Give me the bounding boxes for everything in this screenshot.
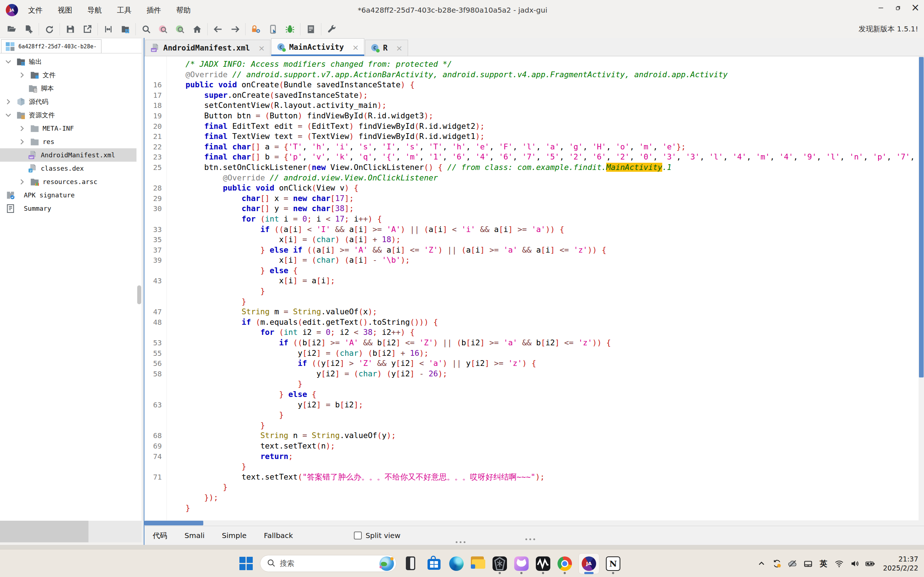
explorer-taskbar-button[interactable] (470, 556, 486, 572)
tree-item-源代码[interactable]: 源代码 (0, 95, 136, 108)
chev-closed-icon[interactable] (3, 97, 13, 106)
menu-文件[interactable]: 文件 (23, 3, 48, 17)
window-grip-2[interactable] (525, 538, 535, 540)
ime-toggle[interactable]: 英 (818, 558, 829, 569)
restore-button[interactable] (889, 0, 907, 15)
cat-taskbar-button[interactable] (514, 556, 529, 572)
phone-link-taskbar-button[interactable] (405, 556, 421, 572)
search-text-button[interactable] (155, 21, 171, 37)
reload-button[interactable] (41, 21, 58, 37)
menu-插件[interactable]: 插件 (142, 3, 166, 17)
tk-s: 'p' (873, 152, 887, 161)
chev-open-icon[interactable] (3, 57, 13, 66)
sidebar-bottom-scroll-area[interactable] (0, 521, 89, 542)
tree-item-资源文件[interactable]: 资源文件 (0, 108, 136, 122)
tk-p: [ (354, 235, 359, 244)
tab-close-icon[interactable]: × (352, 43, 359, 52)
battery-icon[interactable] (865, 558, 876, 569)
tk-p: [ (307, 338, 312, 347)
code-content[interactable]: /* JADX INFO: Access modifiers changed f… (167, 56, 924, 521)
chev-closed-icon[interactable] (17, 177, 27, 187)
tk-s: '2' (615, 152, 630, 161)
preferences-button[interactable] (323, 21, 340, 37)
tab-close-icon[interactable]: × (258, 44, 265, 53)
view-fallback-button[interactable]: Fallback (260, 529, 297, 542)
view-smali-button[interactable]: Smali (181, 529, 209, 542)
tree-item-androidmanifest-xml[interactable]: MFAndroidManifest.xml (0, 148, 136, 162)
sync-icon[interactable] (772, 558, 782, 569)
tree-item-res[interactable]: res (0, 135, 136, 148)
start-button[interactable] (238, 556, 254, 572)
tk-o: < (326, 214, 330, 223)
wave-taskbar-button[interactable] (535, 556, 551, 572)
tree-item-resources-arsc[interactable]: resources.arsc (0, 175, 136, 189)
device-button[interactable] (264, 21, 281, 37)
tree-item-apk-signature[interactable]: APK signature (0, 189, 136, 202)
tk-p: [ (326, 359, 330, 368)
editor-vscrollbar-thumb[interactable] (919, 57, 924, 377)
tk-d (307, 235, 312, 244)
chrome-taskbar-button[interactable] (557, 556, 573, 572)
tk-d: , (466, 152, 475, 161)
window-grip[interactable] (456, 541, 465, 543)
open-project-button[interactable] (3, 21, 20, 37)
notion-taskbar-button[interactable]: N (605, 556, 621, 572)
project-tab[interactable]: 6a428ff2-25d7-403c-b28e- (1, 39, 102, 53)
tree-scrollbar-thumb[interactable] (137, 285, 141, 304)
editor-hscrollbar-thumb[interactable] (144, 521, 203, 525)
minimize-button[interactable] (872, 0, 889, 15)
tree-item-meta-inf[interactable]: META-INF (0, 122, 136, 135)
jadx-taskbar-button[interactable]: JA (578, 553, 599, 574)
log-button[interactable] (302, 21, 319, 37)
tree-item-classes-dex[interactable]: Jclasses.dex (0, 162, 136, 175)
dot (6, 47, 10, 51)
home-button[interactable] (189, 21, 205, 37)
tab-androidmanifest-xml[interactable]: MFAndroidManifest.xml× (145, 40, 270, 56)
tab-mainactivity[interactable]: cMainActivity× (271, 38, 364, 56)
close-button[interactable]: × (907, 0, 924, 15)
menu-工具[interactable]: 工具 (112, 3, 136, 17)
chev-closed-icon[interactable] (17, 70, 27, 80)
chev-closed-icon[interactable] (17, 137, 27, 147)
add-files-button[interactable] (20, 21, 37, 37)
back-button[interactable] (209, 21, 226, 37)
export-button[interactable] (79, 21, 96, 37)
flatten-button[interactable] (100, 21, 116, 37)
tree-item-文件[interactable]: 文件 (0, 68, 136, 82)
tk-p: (( (275, 225, 284, 234)
chev-closed-icon[interactable] (17, 124, 27, 133)
touchpad-icon[interactable] (803, 558, 814, 569)
save-all-button[interactable] (62, 21, 79, 37)
tk-p: ] (316, 400, 321, 409)
tk-p: [ (284, 255, 289, 264)
update-notice-link[interactable]: 发现新版本 1.5.1! (859, 24, 918, 34)
menu-帮助[interactable]: 帮助 (171, 3, 196, 17)
edge-taskbar-button[interactable] (449, 556, 464, 572)
ms-store-taskbar-button[interactable] (427, 556, 443, 572)
chevron-up-icon[interactable] (756, 558, 767, 569)
tree-item-summary[interactable]: Summary (0, 202, 136, 215)
game-taskbar-button[interactable] (492, 556, 508, 572)
search-button[interactable] (137, 21, 155, 37)
taskbar-search[interactable]: 搜索 (260, 555, 396, 572)
menu-视图[interactable]: 视图 (53, 3, 77, 17)
cloud-off-icon[interactable] (787, 558, 798, 569)
tab-close-icon[interactable]: × (396, 44, 402, 53)
volume-icon[interactable] (849, 558, 860, 569)
package-view-button[interactable] (116, 21, 134, 37)
view-代码-button[interactable]: 代码 (149, 528, 171, 543)
taskbar-clock[interactable]: 21:37 2025/2/22 (883, 554, 918, 573)
tk-p: (( (293, 338, 302, 347)
chev-open-icon[interactable] (3, 110, 13, 120)
split-view-checkbox[interactable] (354, 532, 362, 540)
tree-item-脚本[interactable]: 脚本 (0, 82, 136, 95)
debug-button[interactable] (281, 21, 298, 37)
search-class-button[interactable] (171, 21, 189, 37)
forward-button[interactable] (226, 21, 243, 37)
wifi-icon[interactable] (834, 558, 845, 569)
tree-item-输出[interactable]: 输出 (0, 55, 136, 68)
tab-r[interactable]: cR× (365, 40, 408, 56)
menu-导航[interactable]: 导航 (82, 3, 107, 17)
view-simple-button[interactable]: Simple (218, 529, 250, 542)
deobfuscation-button[interactable] (247, 21, 264, 37)
